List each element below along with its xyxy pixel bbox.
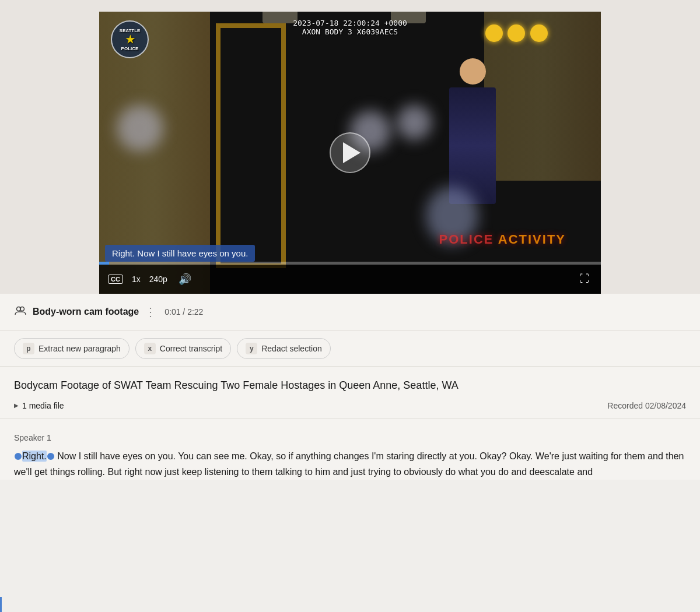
cc-button[interactable]: CC xyxy=(108,275,123,284)
highlighted-word[interactable]: Right. xyxy=(22,451,47,462)
speed-label: 1x xyxy=(132,275,141,284)
correct-key-badge: x xyxy=(144,343,156,354)
video-scene: POLICE ACTIVITY SEATTLE ★ POLICE 2023-07… xyxy=(99,12,601,294)
police-logo-line2: POLICE xyxy=(121,46,139,51)
footage-time: 0:01 / 2:22 xyxy=(164,307,203,316)
officer-head xyxy=(460,58,486,85)
media-files-label: 1 media file xyxy=(22,401,64,410)
selection-handle-end xyxy=(47,453,54,460)
subtitle-bar: Right. Now I still have eyes on you. xyxy=(105,245,255,262)
door-frame xyxy=(216,23,286,268)
transcript-body: Now I still have eyes on you. You can se… xyxy=(14,451,684,477)
content-area: Body-worn cam footage ⋮ 0:01 / 2:22 p Ex… xyxy=(0,294,700,480)
extract-key-badge: p xyxy=(23,343,34,354)
selection-handle-start xyxy=(15,453,22,460)
toolbar: p Extract new paragraph x Correct transc… xyxy=(0,331,700,367)
video-wrapper: POLICE ACTIVITY SEATTLE ★ POLICE 2023-07… xyxy=(0,0,700,294)
left-accent-bar xyxy=(0,597,2,612)
redact-key-badge: y xyxy=(246,343,257,354)
transcript-text: Right. Now I still have eyes on you. You… xyxy=(14,448,686,480)
transcript-area: Speaker 1 Right. Now I still have eyes o… xyxy=(0,419,700,480)
flower-1 xyxy=(485,24,503,42)
watermark: POLICE ACTIVITY xyxy=(439,232,566,247)
correct-transcript-label: Correct transcript xyxy=(160,344,222,353)
police-logo-line1: SEATTLE xyxy=(120,28,141,33)
blur-spot-3 xyxy=(397,105,432,140)
video-controls: CC 1x 240p 🔊 ⛶ xyxy=(99,265,601,294)
metadata-bar: Body-worn cam footage ⋮ 0:01 / 2:22 xyxy=(0,294,700,331)
redact-selection-label: Redact selection xyxy=(261,344,322,353)
footage-icon xyxy=(14,304,27,320)
decoration xyxy=(484,23,554,70)
blur-spot-1 xyxy=(117,105,163,152)
volume-button[interactable]: 🔊 xyxy=(176,270,194,288)
file-meta: ▶ 1 media file Recorded 02/08/2024 xyxy=(14,401,686,410)
flower-2 xyxy=(508,24,525,42)
media-files-link[interactable]: ▶ 1 media file xyxy=(14,401,64,410)
flower-3 xyxy=(530,24,548,42)
play-triangle-icon xyxy=(343,142,360,163)
play-button[interactable] xyxy=(330,132,370,173)
document-title: Bodycam Footage of SWAT Team Rescuing Tw… xyxy=(14,378,686,393)
fullscreen-button[interactable]: ⛶ xyxy=(577,270,592,287)
video-timestamp: 2023-07-18 22:00:24 +0000 AXON BODY 3 X6… xyxy=(293,19,407,36)
speaker-label: Speaker 1 xyxy=(14,433,686,442)
footage-title: Body-worn cam footage xyxy=(33,307,139,317)
police-star-icon: ★ xyxy=(125,33,135,46)
recorded-date: Recorded 02/08/2024 xyxy=(607,401,686,410)
extract-paragraph-button[interactable]: p Extract new paragraph xyxy=(14,338,130,359)
quality-label: 240p xyxy=(149,275,167,284)
more-options-button[interactable]: ⋮ xyxy=(145,305,156,319)
extract-paragraph-label: Extract new paragraph xyxy=(38,344,121,353)
correct-transcript-button[interactable]: x Correct transcript xyxy=(135,338,231,359)
title-area: Bodycam Footage of SWAT Team Rescuing Tw… xyxy=(0,367,700,419)
redact-selection-button[interactable]: y Redact selection xyxy=(237,338,331,359)
ceiling-light-1 xyxy=(262,12,298,23)
police-logo: SEATTLE ★ POLICE xyxy=(111,20,149,58)
chevron-right-icon: ▶ xyxy=(14,402,19,409)
video-container: POLICE ACTIVITY SEATTLE ★ POLICE 2023-07… xyxy=(99,12,601,294)
